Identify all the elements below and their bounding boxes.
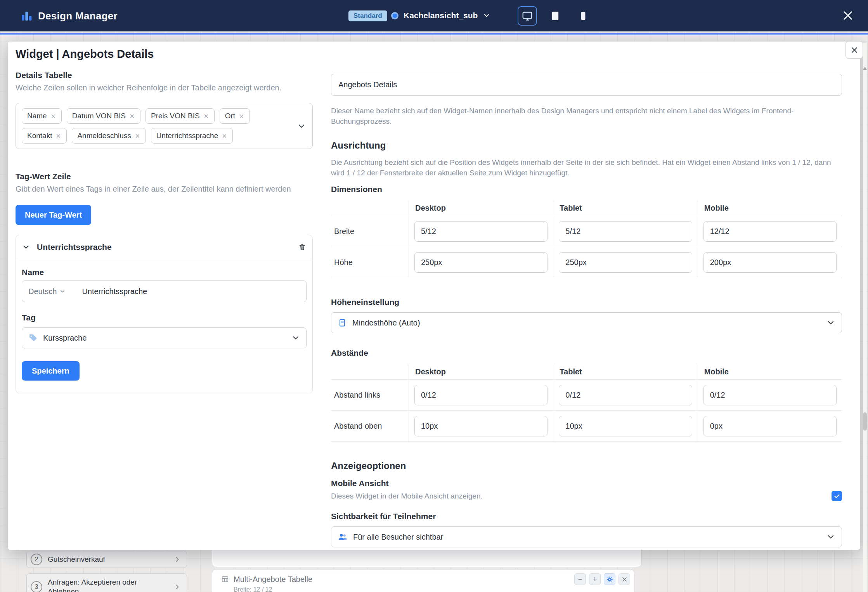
shrink-widget-button[interactable]: − — [574, 573, 586, 585]
chip-remove-icon[interactable] — [135, 133, 140, 139]
step-label: Anfragen: Akzeptieren oder Ablehnen — [48, 578, 168, 592]
tag-wert-card: Unterrichtssprache Name Deutsch — [16, 235, 313, 393]
tag-select[interactable]: Kurssprache — [22, 327, 307, 348]
abstand-oben-mobile-input[interactable] — [703, 416, 837, 436]
chip-remove-icon[interactable] — [239, 113, 244, 119]
column-header-mobile: Mobile — [698, 364, 842, 380]
mobile-ansicht-checkbox[interactable] — [832, 491, 842, 501]
row-label-abstand-links: Abstand links — [331, 380, 409, 411]
device-desktop-button[interactable] — [518, 6, 537, 26]
chip-remove-icon[interactable] — [203, 113, 209, 119]
chip-datum: Datum VON BIS — [67, 108, 140, 124]
hoehe-tablet-input[interactable] — [559, 252, 692, 273]
device-phone-button[interactable] — [573, 6, 593, 26]
screen: Design Manager Standard Kachelansicht_su… — [0, 0, 868, 592]
card-title: Unterrichtssprache — [37, 242, 112, 252]
chip-label: Datum VON BIS — [72, 112, 126, 120]
modal-right-column: Dieser Name bezieht sich auf den Widget-… — [331, 42, 842, 547]
check-icon — [833, 493, 840, 500]
margins-table: Desktop Tablet Mobile Abstand links Abst… — [331, 364, 842, 442]
chip-remove-icon[interactable] — [50, 113, 56, 119]
chip-ort: Ort — [220, 108, 250, 124]
panel-title: Multi-Angebote Tabelle — [234, 575, 312, 584]
abstand-links-tablet-input[interactable] — [559, 385, 692, 405]
dimensionen-heading: Dimensionen — [331, 184, 842, 194]
name-field-label: Name — [22, 268, 307, 277]
new-tag-wert-button[interactable]: Neuer Tag-Wert — [16, 205, 91, 225]
sidebar-item-anfragen[interactable]: 3 Anfragen: Akzeptieren oder Ablehnen — [26, 573, 187, 592]
chip-unterrichtssprache: Unterrichtssprache — [151, 128, 233, 144]
chip-remove-icon[interactable] — [55, 133, 61, 139]
row-label-breite: Breite — [331, 216, 409, 247]
breite-mobile-input[interactable] — [703, 221, 837, 242]
mobile-ansicht-heading: Mobile Ansicht — [331, 478, 842, 488]
sichtbarkeit-select[interactable]: Für alle Besucher sichtbar — [331, 526, 842, 547]
hoeheneinstellung-heading: Höheneinstellung — [331, 297, 842, 307]
chip-remove-icon[interactable] — [222, 133, 227, 139]
gear-icon — [606, 576, 613, 583]
widget-settings-button[interactable] — [604, 573, 615, 585]
chip-label: Kontakt — [27, 132, 52, 140]
scrollbar-thumb[interactable] — [863, 412, 867, 431]
language-prefix-select[interactable]: Deutsch — [28, 287, 66, 296]
chip-label: Unterrichtssprache — [156, 132, 218, 140]
multi-angebote-panel[interactable]: Multi-Angebote Tabelle − + — [212, 569, 634, 592]
details-table-description: Welche Zeilen sollen in welcher Reihenfo… — [16, 83, 313, 93]
table-corner — [331, 364, 409, 380]
chevron-down-icon — [291, 334, 300, 342]
column-header-desktop: Desktop — [409, 201, 553, 216]
view-selector[interactable]: Kachelansicht_sub — [391, 8, 490, 23]
breite-tablet-input[interactable] — [559, 221, 692, 242]
app-title: Design Manager — [38, 10, 118, 22]
chevron-down-icon[interactable] — [297, 121, 306, 131]
modal-close-button[interactable] — [845, 41, 863, 59]
grow-widget-button[interactable]: + — [589, 573, 601, 585]
chip-label: Preis VON BIS — [151, 112, 200, 120]
sidebar-item-gutscheinverkauf[interactable]: 2 Gutscheinverkauf — [26, 551, 187, 568]
table-icon — [221, 575, 229, 583]
hoeheneinstellung-select[interactable]: Mindesthöhe (Auto) — [331, 312, 842, 333]
details-table-heading: Details Tabelle — [16, 70, 313, 80]
step-number: 2 — [31, 554, 42, 565]
mobile-ansicht-description: Dieses Widget in der Mobile Ansicht anze… — [331, 492, 483, 500]
chevron-down-icon — [483, 12, 490, 19]
device-tablet-button[interactable] — [546, 6, 565, 26]
tag-wert-name-input[interactable]: Deutsch Unterrichtssprache — [22, 280, 307, 302]
view-selector-label: Kachelansicht_sub — [404, 11, 478, 20]
chip-remove-icon[interactable] — [129, 113, 135, 119]
topbar: Design Manager Standard Kachelansicht_su… — [0, 0, 868, 31]
widget-name-input[interactable] — [331, 74, 842, 96]
status-badge: Standard — [348, 10, 387, 21]
tag-wert-card-header[interactable]: Unterrichtssprache — [16, 235, 312, 259]
abstand-links-mobile-input[interactable] — [703, 385, 837, 405]
hoehe-desktop-input[interactable] — [414, 252, 547, 273]
language-prefix-label: Deutsch — [28, 287, 57, 296]
remove-widget-button[interactable] — [619, 573, 630, 585]
canvas-selection-line — [0, 33, 868, 35]
tag-wert-heading: Tag-Wert Zeile — [16, 171, 313, 182]
table-corner — [331, 201, 409, 216]
hoehe-mobile-input[interactable] — [703, 252, 837, 273]
chip-preis: Preis VON BIS — [146, 108, 215, 124]
breite-desktop-input[interactable] — [414, 221, 547, 242]
trash-icon[interactable] — [298, 243, 307, 251]
widget-name-hint: Dieser Name bezieht sich auf den Widget-… — [331, 106, 842, 126]
widget-settings-modal: Widget | Angebots Details Details Tabell… — [8, 42, 860, 550]
sichtbarkeit-value: Für alle Besucher sichtbar — [353, 533, 443, 542]
column-header-tablet: Tablet — [553, 201, 697, 216]
scrollbar[interactable] — [863, 43, 867, 592]
close-icon — [850, 45, 859, 55]
tag-select-value: Kurssprache — [43, 334, 87, 343]
scrollbar-up-arrow[interactable] — [863, 67, 867, 70]
app-close-button[interactable] — [840, 9, 855, 23]
abstand-oben-desktop-input[interactable] — [414, 416, 547, 436]
chevron-right-icon — [173, 556, 181, 563]
chevron-down-icon[interactable] — [22, 243, 30, 251]
abstand-oben-tablet-input[interactable] — [559, 416, 692, 436]
chip-label: Ort — [225, 112, 235, 120]
chip-label: Anmeldeschluss — [77, 132, 131, 140]
anzeigeoptionen-heading: Anzeigeoptionen — [331, 460, 842, 472]
details-rows-multiselect[interactable]: Name Datum VON BIS Preis VON BIS Ort Kon… — [16, 103, 313, 149]
save-button[interactable]: Speichern — [22, 361, 80, 381]
abstand-links-desktop-input[interactable] — [414, 385, 547, 405]
